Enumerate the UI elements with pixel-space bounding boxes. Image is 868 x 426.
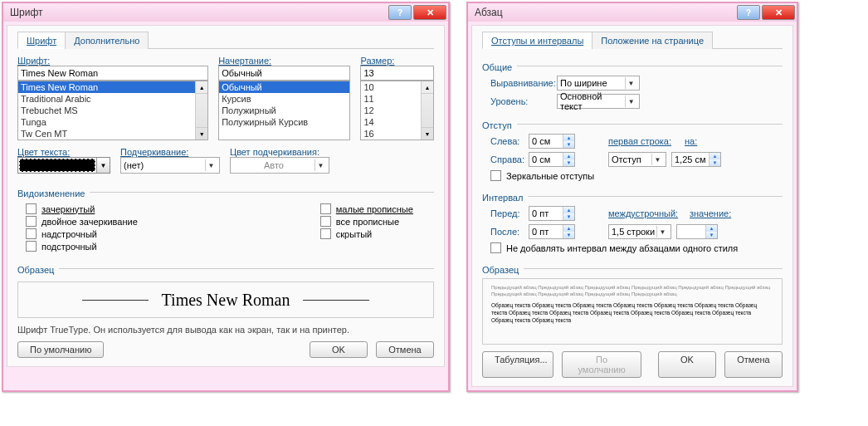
default-button[interactable]: По умолчанию [562,351,641,378]
chevron-down-icon: ▼ [205,159,217,171]
list-item[interactable]: Полужирный [219,105,349,116]
double-strike-checkbox[interactable]: двойное зачеркивание [26,216,138,227]
note-text: Шрифт TrueType. Он используется для выво… [17,325,434,335]
list-item[interactable]: Полужирный Курсив [219,116,349,128]
default-button[interactable]: По умолчанию [17,341,104,358]
left-spinner[interactable]: 0 см▲▼ [529,134,575,149]
smallcaps-checkbox[interactable]: малые прописные [320,203,413,214]
indent-group: Отступ [482,120,512,130]
list-item[interactable]: Trebuchet MS [18,105,207,116]
underline-label: Подчеркивание: [120,147,220,157]
text-color-label: Цвет текста: [17,147,110,157]
general-group: Общие [482,62,512,72]
font-input[interactable]: Times New Roman [17,66,208,81]
after-spinner[interactable]: 0 пт▲▼ [529,224,575,239]
before-label: Перед: [490,208,529,218]
sample-group: Образец [482,265,519,275]
title: Шрифт [10,7,387,18]
tabulation-button[interactable]: Табуляция... [482,351,553,378]
sample-text: Times New Roman [162,291,290,310]
list-item[interactable]: Обычный [219,81,349,93]
size-list[interactable]: 10 11 12 14 16 ▲▼ [360,81,434,140]
font-list[interactable]: Times New Roman Traditional Arabic Trebu… [17,81,208,140]
tab-advanced[interactable]: Дополнительно [65,32,149,49]
titlebar[interactable]: Абзац ? ✕ [468,3,797,22]
titlebar[interactable]: Шрифт ? ✕ [3,3,448,22]
ok-button[interactable]: OK [658,351,716,378]
ok-button[interactable]: OK [310,341,368,358]
mirror-checkbox[interactable]: Зеркальные отступы [482,170,783,181]
chevron-down-icon[interactable]: ▼ [96,158,110,173]
subscript-checkbox[interactable]: подстрочный [26,241,138,252]
allcaps-checkbox[interactable]: все прописные [320,216,413,227]
list-item[interactable]: Tw Cen MT [18,128,207,140]
underline-color-combo[interactable]: Авто▼ [230,157,329,174]
title: Абзац [475,7,735,18]
cancel-button[interactable]: Отмена [376,341,434,358]
value-spinner[interactable]: ▲▼ [676,224,718,239]
sample-label: Образец [17,265,54,275]
right-label: Справа: [490,154,529,164]
list-item[interactable]: Tunga [18,116,207,128]
interval-group: Интервал [482,193,523,203]
font-dialog: Шрифт ? ✕ Шрифт Дополнительно Шрифт: Tim… [2,2,450,392]
no-add-checkbox[interactable]: Не добавлять интервал между абзацами одн… [482,242,783,253]
sample-box: Times New Roman [17,282,434,318]
align-label: Выравнивание: [490,78,557,88]
list-item[interactable]: Times New Roman [18,81,207,93]
underline-combo[interactable]: (нет)▼ [120,157,220,174]
underline-color-label: Цвет подчеркивания: [230,147,329,157]
left-label: Слева: [490,136,529,146]
list-item[interactable]: Traditional Arabic [18,93,207,105]
help-button[interactable]: ? [737,5,760,20]
close-button[interactable]: ✕ [413,5,446,20]
list-item[interactable]: Курсив [219,93,349,105]
by-spinner[interactable]: 1,25 см▲▼ [671,152,721,167]
superscript-checkbox[interactable]: надстрочный [26,228,138,239]
after-label: После: [490,227,529,237]
hidden-checkbox[interactable]: скрытый [320,228,413,239]
scrollbar[interactable]: ▲▼ [195,81,207,140]
chevron-down-icon: ▼ [625,77,636,89]
style-input[interactable]: Обычный [218,66,350,81]
tab-pagination[interactable]: Положение на странице [592,32,713,49]
tab-font[interactable]: Шрифт [17,32,66,49]
scrollbar[interactable]: ▲▼ [421,81,433,140]
paragraph-dialog: Абзац ? ✕ Отступы и интервалы Положение … [466,2,798,392]
by-label: на: [685,136,697,146]
size-input[interactable]: 13 [360,66,434,81]
chevron-down-icon: ▼ [315,159,326,171]
tab-indents[interactable]: Отступы и интервалы [482,32,592,49]
align-combo[interactable]: По ширине▼ [557,76,640,91]
value-label: значение: [690,208,731,218]
style-list[interactable]: Обычный Курсив Полужирный Полужирный Кур… [218,81,350,140]
line-spacing-combo[interactable]: 1,5 строки▼ [608,224,671,239]
close-button[interactable]: ✕ [762,5,795,20]
before-spinner[interactable]: 0 пт▲▼ [529,206,575,221]
chevron-down-icon: ▼ [625,95,636,107]
line-spacing-label: междустрочный: [608,208,680,218]
help-button[interactable]: ? [388,5,412,20]
size-label: Размер: [360,56,434,66]
text-color-combo[interactable]: ▼ [17,157,110,174]
effects-label: Видоизменение [17,189,85,198]
level-combo[interactable]: Основной текст▼ [557,94,640,109]
strikethrough-checkbox[interactable]: зачеркнутый [26,203,138,214]
sample-box: Предыдущий абзац Предыдущий абзац Предыд… [482,278,783,345]
first-line-label: первая строка: [608,136,675,146]
cancel-button[interactable]: Отмена [724,351,783,378]
font-label: Шрифт: [17,56,208,66]
style-label: Начертание: [218,56,350,66]
right-spinner[interactable]: 0 см▲▼ [529,152,575,167]
color-swatch [19,159,95,172]
first-line-combo[interactable]: Отступ▼ [608,152,666,167]
level-label: Уровень: [490,96,557,106]
